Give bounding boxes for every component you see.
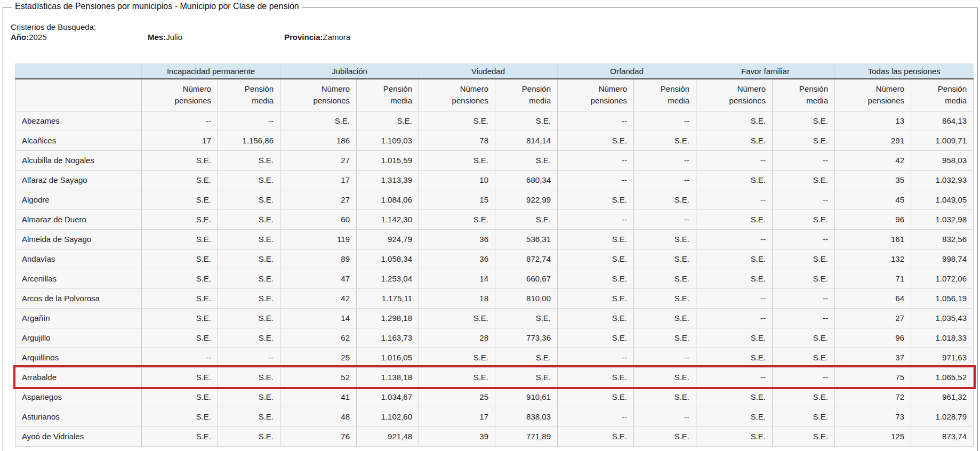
value-cell: 96 xyxy=(835,210,911,229)
value-cell: 39 xyxy=(419,426,495,446)
table-row[interactable]: Abezames----S.E.S.E.S.E.S.E.----S.E.S.E.… xyxy=(15,111,974,131)
criterion-province: Provincia:Zamora xyxy=(284,33,350,42)
municipality-cell: Andavías xyxy=(15,249,142,269)
value-cell: 872,74 xyxy=(495,249,558,269)
value-cell: S.E. xyxy=(634,426,696,446)
value-cell: S.E. xyxy=(419,348,495,367)
value-cell: 52 xyxy=(280,367,357,387)
value-cell: 810,00 xyxy=(495,288,558,308)
column-group-header: Incapacidad permanente xyxy=(142,63,280,79)
value-cell: S.E. xyxy=(142,229,218,249)
value-cell: -- xyxy=(634,111,696,131)
value-cell: 73 xyxy=(835,407,911,426)
table-row[interactable]: AlgodreS.E.S.E.271.084,0615922,99S.E.S.E… xyxy=(15,190,974,210)
column-subheader-average: Pensiónmedia xyxy=(357,79,419,111)
column-subheader-average: Pensiónmedia xyxy=(634,79,696,111)
value-cell: S.E. xyxy=(696,387,773,407)
value-cell: S.E. xyxy=(142,249,218,269)
municipality-cell: Ayoó de Vidriales xyxy=(15,426,142,446)
value-cell: 64 xyxy=(835,288,911,308)
value-cell: S.E. xyxy=(558,269,634,288)
value-cell: S.E. xyxy=(696,407,773,426)
value-cell: 35 xyxy=(835,170,911,190)
value-cell: S.E. xyxy=(495,150,558,170)
table-row[interactable]: ArcenillasS.E.S.E.471.253,0414660,67S.E.… xyxy=(15,269,974,288)
value-cell: S.E. xyxy=(558,249,634,269)
value-cell: 1.009,71 xyxy=(911,131,974,150)
value-cell: S.E. xyxy=(558,328,634,348)
value-cell: S.E. xyxy=(634,367,696,387)
value-cell: S.E. xyxy=(773,348,835,367)
criterion-year: Año:2025 xyxy=(11,33,47,42)
value-cell: 78 xyxy=(419,131,495,150)
column-group-header: Todas las pensiones xyxy=(835,63,974,79)
value-cell: S.E. xyxy=(495,111,558,131)
value-cell: 1.035,43 xyxy=(911,308,974,328)
value-cell: S.E. xyxy=(696,249,773,269)
value-cell: S.E. xyxy=(773,131,835,150)
value-cell: S.E. xyxy=(634,229,696,249)
value-cell: 89 xyxy=(280,249,357,269)
value-cell: S.E. xyxy=(558,367,634,387)
value-cell: 17 xyxy=(280,170,357,190)
column-group-header: Orfandad xyxy=(558,63,696,79)
year-label: Año: xyxy=(11,33,29,42)
value-cell: -- xyxy=(558,348,634,367)
column-subheader-average: Pensiónmedia xyxy=(773,79,835,111)
value-cell: 873,74 xyxy=(911,426,974,446)
table-row[interactable]: ArrabaldeS.E.S.E.521.138,18S.E.S.E.S.E.S… xyxy=(15,367,974,387)
value-cell: 814,14 xyxy=(495,131,558,150)
table-row[interactable]: Almaraz de DueroS.E.S.E.601.142,30S.E.S.… xyxy=(15,210,974,229)
value-cell: -- xyxy=(773,150,835,170)
value-cell: S.E. xyxy=(495,348,558,367)
value-cell: 14 xyxy=(280,308,357,328)
value-cell: S.E. xyxy=(634,249,696,269)
value-cell: 186 xyxy=(280,131,357,150)
table-row[interactable]: Arcos de la PolvorosaS.E.S.E.421.175,111… xyxy=(15,288,974,308)
table-row[interactable]: AsturianosS.E.S.E.481.102,6017838,03----… xyxy=(15,407,974,426)
year-value: 2025 xyxy=(29,33,46,42)
value-cell: 36 xyxy=(419,249,495,269)
table-row[interactable]: Alcubilla de NogalesS.E.S.E.271.015,59S.… xyxy=(15,150,974,170)
column-subheader-number: Númeropensiones xyxy=(142,79,218,111)
municipality-header-cell xyxy=(15,63,142,79)
table-row[interactable]: ArgujilloS.E.S.E.621.163,7328773,36S.E.S… xyxy=(15,328,974,348)
value-cell: S.E. xyxy=(357,111,419,131)
value-cell: 536,31 xyxy=(495,229,558,249)
table-row[interactable]: Alfaraz de SayagoS.E.S.E.171.313,3910680… xyxy=(15,170,974,190)
value-cell: S.E. xyxy=(218,407,280,426)
table-row[interactable]: Alcañices171.156,861861.109,0378814,14S.… xyxy=(15,131,974,150)
value-cell: 71 xyxy=(835,269,911,288)
table-row[interactable]: AndavíasS.E.S.E.891.058,3436872,74S.E.S.… xyxy=(15,249,974,269)
value-cell: S.E. xyxy=(634,308,696,328)
table-row[interactable]: ArgañínS.E.S.E.141.298,18S.E.S.E.S.E.S.E… xyxy=(15,308,974,328)
value-cell: S.E. xyxy=(634,328,696,348)
value-cell: S.E. xyxy=(218,229,280,249)
value-cell: 921,48 xyxy=(357,426,419,446)
table-row[interactable]: Almeida de SayagoS.E.S.E.119924,7936536,… xyxy=(15,229,974,249)
value-cell: -- xyxy=(142,111,218,131)
value-cell: 25 xyxy=(280,348,357,367)
value-cell: 1.102,60 xyxy=(357,407,419,426)
value-cell: S.E. xyxy=(142,210,218,229)
table-row[interactable]: AspariegosS.E.S.E.411.034,6725910,61S.E.… xyxy=(15,387,974,407)
value-cell: S.E. xyxy=(558,229,634,249)
value-cell: 17 xyxy=(419,407,495,426)
value-cell: S.E. xyxy=(773,407,835,426)
value-cell: 1.056,19 xyxy=(911,288,974,308)
value-cell: S.E. xyxy=(280,111,357,131)
search-criteria-heading: Cristerios de Busqueda: xyxy=(11,22,96,31)
table-row[interactable]: Ayoó de VidrialesS.E.S.E.76921,4839771,8… xyxy=(15,426,974,446)
value-cell: 42 xyxy=(835,150,911,170)
value-cell: S.E. xyxy=(495,210,558,229)
value-cell: 1.253,04 xyxy=(357,269,419,288)
value-cell: S.E. xyxy=(218,170,280,190)
table-row[interactable]: Arquillinos----251.016,05S.E.S.E.----S.E… xyxy=(15,348,974,367)
value-cell: 125 xyxy=(835,426,911,446)
value-cell: S.E. xyxy=(558,426,634,446)
value-cell: 1.016,05 xyxy=(357,348,419,367)
value-cell: 14 xyxy=(419,269,495,288)
municipality-cell: Arrabalde xyxy=(15,367,142,387)
criterion-month: Mes:Julio xyxy=(148,33,182,42)
value-cell: 27 xyxy=(835,308,911,328)
